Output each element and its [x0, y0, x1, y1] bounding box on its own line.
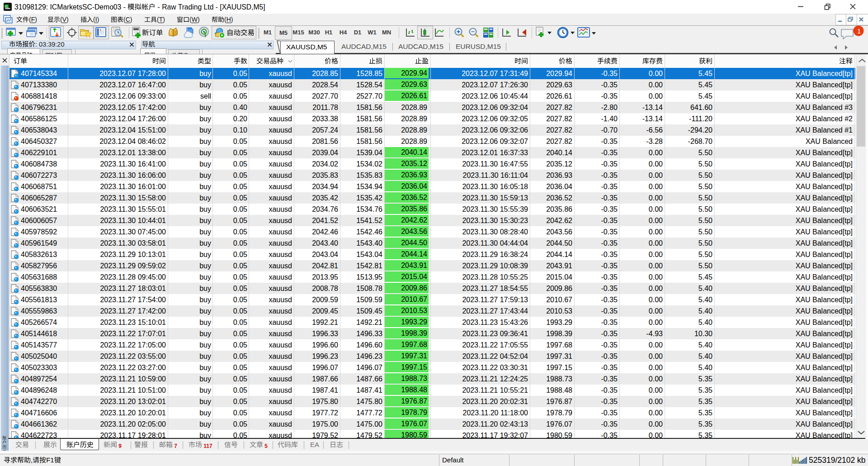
- svg-text:IC: IC: [5, 5, 8, 8]
- svg-text:1: 1: [857, 27, 861, 35]
